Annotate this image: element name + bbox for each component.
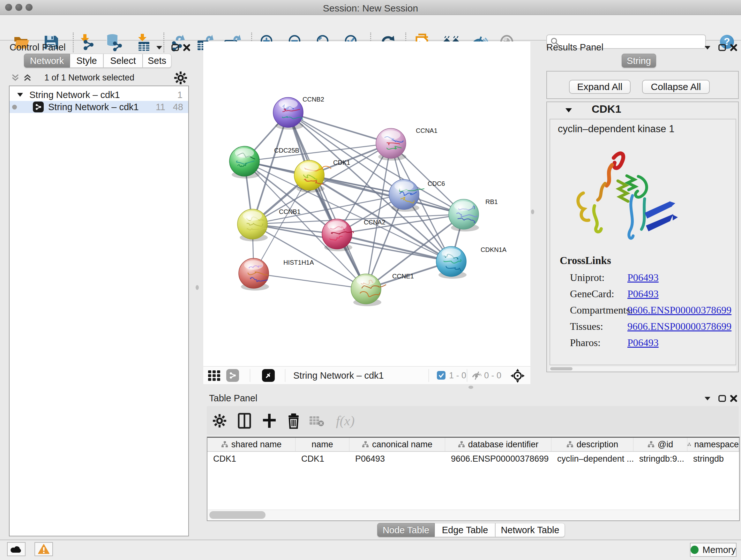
network-row[interactable]: String Network – cdk1 11 48 <box>10 101 188 113</box>
tab-sets[interactable]: Sets <box>143 54 172 68</box>
control-panel-close-icon[interactable] <box>183 44 192 52</box>
network-options-gear-icon[interactable] <box>174 71 188 85</box>
column-network-icon <box>566 441 574 448</box>
column-network-icon <box>221 441 228 448</box>
tab-style[interactable]: Style <box>70 54 104 68</box>
results-panel-float-icon[interactable] <box>718 44 728 52</box>
protein-collapse-icon[interactable] <box>565 107 572 114</box>
selected-checkbox-icon[interactable] <box>437 371 446 380</box>
network-collection-row[interactable]: String Network – cdk1 1 <box>10 89 188 101</box>
crosslink-link[interactable]: P06493 <box>627 337 659 349</box>
column-header-name[interactable]: name <box>295 438 349 451</box>
fit-selected-crosshair-icon[interactable] <box>510 368 525 383</box>
tab-node-table[interactable]: Node Table <box>377 523 434 537</box>
string-view-icon[interactable] <box>226 369 239 382</box>
network-collection-count: 1 <box>178 90 183 100</box>
table-header-row: shared namenamecanonical namedatabase id… <box>207 438 739 452</box>
edge-HIST1H1A-CCNE1[interactable] <box>254 273 366 289</box>
table-panel-close-icon[interactable] <box>730 394 739 402</box>
table-panel-collapse-icon[interactable] <box>703 394 713 402</box>
tab-select[interactable]: Select <box>104 54 143 68</box>
node-label-CCNA1: CCNA1 <box>416 127 437 134</box>
network-status-dot <box>12 105 17 110</box>
protein-structure-image <box>564 144 684 246</box>
crosslink-label: Tissues: <box>570 320 627 332</box>
delete-table-icon[interactable] <box>308 412 326 430</box>
title-bar: Session: New Session <box>0 0 741 15</box>
table-hscrollbar[interactable] <box>208 509 738 520</box>
edge-CCNB2-CCNA1[interactable] <box>288 112 391 143</box>
network-canvas[interactable]: CCNB2CCNA1CDC25BCDK1CDC6RB1CCNB1CCNA2CDK… <box>203 42 530 366</box>
import-network-icon[interactable] <box>78 33 96 52</box>
network-node-count: 11 <box>156 102 165 112</box>
separator <box>428 369 429 382</box>
cloud-button[interactable] <box>7 542 25 556</box>
crosslink-link[interactable]: 9606.ENSP00000378699 <box>627 304 731 316</box>
column-network-icon <box>648 441 655 448</box>
tree-expand-icon[interactable] <box>17 91 23 98</box>
import-table-icon[interactable] <box>135 33 152 52</box>
delete-column-trash-icon[interactable] <box>285 412 302 430</box>
right-splitter-handle[interactable] <box>531 209 534 214</box>
column-header-shared-name[interactable]: shared name <box>207 438 295 451</box>
table-cell[interactable]: stringdb <box>687 452 739 466</box>
crosslink-link[interactable]: P06493 <box>627 288 659 300</box>
node-CDC25B[interactable] <box>229 146 260 179</box>
tab-string-results[interactable]: String <box>622 54 656 68</box>
results-panel-collapse-icon[interactable] <box>703 44 713 52</box>
horizontal-splitter-handle[interactable] <box>468 386 473 389</box>
node-label-CDK1: CDK1 <box>333 159 350 166</box>
node-CCNA2[interactable] <box>322 219 354 251</box>
control-panel-collapse-icon[interactable] <box>155 44 165 52</box>
expand-all-button[interactable]: Expand All <box>569 80 630 94</box>
scrollbar-thumb[interactable] <box>209 511 266 519</box>
node-CCNA1[interactable] <box>376 128 406 161</box>
node-CDC6[interactable] <box>389 179 424 212</box>
columns-icon[interactable] <box>235 412 253 430</box>
column-header-description[interactable]: description <box>551 438 633 451</box>
node-CCNE1[interactable] <box>351 274 386 306</box>
node-RB1[interactable] <box>449 199 479 232</box>
crosslink-label: GeneCard: <box>570 288 627 300</box>
node-CCNB1[interactable] <box>238 209 268 241</box>
table-row[interactable]: CDK1CDK1P064939606.ENSP00000378699cyclin… <box>207 452 739 466</box>
warning-button[interactable] <box>35 542 53 556</box>
table-cell[interactable]: cyclin–dependent ... <box>551 452 633 466</box>
tab-edge-table[interactable]: Edge Table <box>434 523 495 537</box>
results-hscrollbar[interactable] <box>549 367 736 371</box>
add-column-icon[interactable] <box>260 412 278 430</box>
table-cell[interactable]: stringdb:9... <box>633 452 687 466</box>
column-header--id[interactable]: @id <box>633 438 687 451</box>
tab-network[interactable]: Network <box>24 54 70 68</box>
memory-label: Memory <box>702 545 736 555</box>
table-panel-float-icon[interactable] <box>718 394 728 402</box>
collapse-all-networks-icon[interactable] <box>11 73 20 82</box>
column-header-canonical-name[interactable]: canonical name <box>349 438 445 451</box>
crosslink-link[interactable]: P06493 <box>627 272 659 284</box>
control-panel-float-icon[interactable] <box>171 44 181 52</box>
table-cell[interactable]: CDK1 <box>295 452 349 466</box>
table-cell[interactable]: P06493 <box>349 452 445 466</box>
function-builder-icon[interactable]: f(x) <box>330 412 360 430</box>
node-HIST1H1A[interactable] <box>239 258 269 291</box>
node-CCNB2[interactable] <box>273 98 304 130</box>
table-cell[interactable]: CDK1 <box>207 452 295 466</box>
protein-detail-box: cyclin–dependent kinase 1 <box>549 119 736 365</box>
column-header-namespace[interactable]: namespace <box>687 438 739 451</box>
birds-eye-view-icon[interactable] <box>262 369 275 382</box>
expand-all-networks-icon[interactable] <box>23 73 32 82</box>
import-database-icon[interactable] <box>105 33 123 52</box>
grid-view-icon[interactable] <box>208 370 220 382</box>
crosslink-link[interactable]: 9606.ENSP00000378699 <box>627 320 731 332</box>
left-splitter-handle[interactable] <box>196 285 199 290</box>
node-CDKN1A[interactable] <box>436 246 467 279</box>
table-cell[interactable]: 9606.ENSP00000378699 <box>445 452 551 466</box>
results-panel-close-icon[interactable] <box>730 44 739 52</box>
tab-network-table[interactable]: Network Table <box>495 523 565 537</box>
gear-icon[interactable] <box>211 412 228 430</box>
column-header-database-identifier[interactable]: database identifier <box>445 438 551 451</box>
memory-button[interactable]: Memory <box>690 543 737 557</box>
crosslink-label: Pharos: <box>570 337 627 349</box>
collapse-all-button[interactable]: Collapse All <box>642 80 710 94</box>
node-CDK1[interactable] <box>294 160 331 192</box>
